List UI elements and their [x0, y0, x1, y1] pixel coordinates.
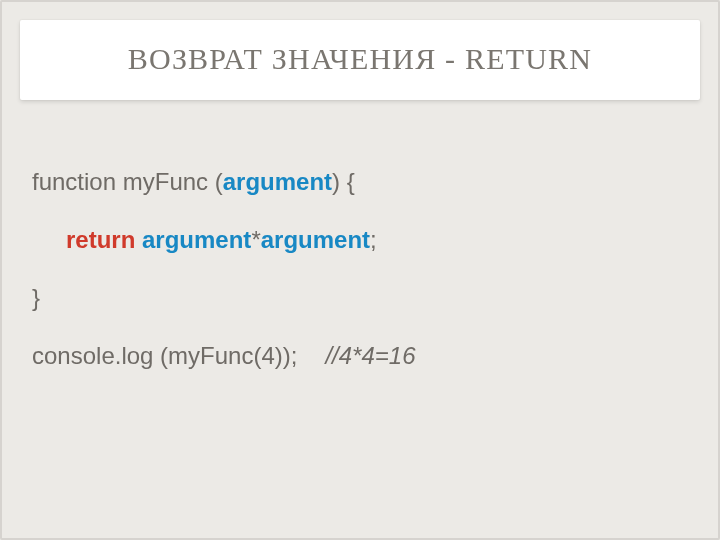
func-keyword: function myFunc (	[32, 168, 223, 195]
arg2: argument	[261, 226, 370, 253]
code-block: function myFunc (argument) { return argu…	[32, 167, 688, 399]
arg1: argument	[142, 226, 251, 253]
comment: //4*4=16	[325, 342, 415, 369]
slide-title: ВОЗВРАТ ЗНАЧЕНИЯ - RETURN	[40, 42, 680, 76]
star-operator: *	[251, 226, 260, 253]
slide: ВОЗВРАТ ЗНАЧЕНИЯ - RETURN function myFun…	[0, 0, 720, 540]
code-line-3: }	[32, 283, 688, 313]
code-line-1: function myFunc (argument) {	[32, 167, 688, 197]
return-keyword: return	[66, 226, 135, 253]
param-name: argument	[223, 168, 332, 195]
func-close: ) {	[332, 168, 355, 195]
closing-brace: }	[32, 284, 40, 311]
console-call: console.log (myFunc(4));	[32, 342, 297, 369]
code-line-2: return argument*argument;	[32, 225, 688, 255]
title-box: ВОЗВРАТ ЗНАЧЕНИЯ - RETURN	[20, 20, 700, 100]
semicolon: ;	[370, 226, 377, 253]
code-line-4: console.log (myFunc(4));//4*4=16	[32, 341, 688, 371]
